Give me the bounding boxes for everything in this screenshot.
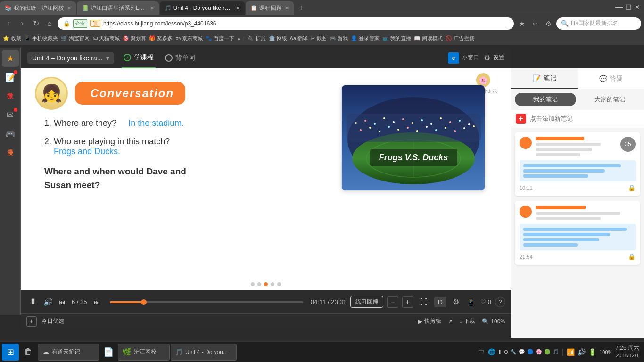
- help-button[interactable]: ?: [495, 297, 505, 307]
- slide-dot-3[interactable]: [264, 282, 268, 286]
- sidebar-icon-manga[interactable]: 漫: [2, 144, 19, 161]
- tab-unit4-active[interactable]: 🎵 Unit 4 - Do you like rap? ✕: [160, 1, 245, 15]
- slide-dot-2[interactable]: [257, 282, 261, 286]
- settings-nav[interactable]: ⚙ 设置: [484, 53, 504, 62]
- tab-close-1[interactable]: ✕: [67, 5, 71, 11]
- quick-cut-button[interactable]: ▶ 快剪辑: [418, 317, 441, 325]
- start-button[interactable]: ⊞: [2, 344, 19, 361]
- tray-app3[interactable]: 💬: [519, 349, 525, 355]
- forward-button[interactable]: ›: [17, 18, 28, 29]
- clock-display[interactable]: 7:26 周六 2018/12/1: [615, 344, 639, 359]
- bookmark-read[interactable]: 📖 阅读模式: [414, 35, 443, 42]
- bookmark-live[interactable]: 📺 我的直播: [382, 35, 411, 42]
- fullscreen-button[interactable]: ⛶: [417, 298, 430, 306]
- next-slide-button[interactable]: ⏭: [91, 298, 102, 306]
- refresh-button[interactable]: ↻: [30, 18, 41, 29]
- bookmark-taobao[interactable]: 🛒 淘宝官网: [61, 35, 90, 42]
- volume-button[interactable]: 🔊: [43, 297, 53, 306]
- tab-close-4[interactable]: ✕: [285, 5, 289, 11]
- wifi-icon[interactable]: 📶: [567, 348, 575, 356]
- share-button[interactable]: ↗: [448, 318, 453, 325]
- review-button[interactable]: 练习回顾: [350, 296, 383, 308]
- bookmark-collect[interactable]: ⭐ 收藏: [3, 35, 21, 42]
- progress-handle[interactable]: [141, 299, 147, 305]
- taskbar-unit4[interactable]: 🎵 Unit 4 - Do you...: [171, 344, 237, 361]
- battery-icon[interactable]: 🔋: [588, 348, 596, 356]
- sidebar-icon-note[interactable]: 📝: [2, 69, 19, 86]
- like-button[interactable]: ♡ 0: [480, 298, 491, 305]
- sidebar-icon-game[interactable]: 🎮: [2, 125, 19, 142]
- my-notes-button[interactable]: 我的笔记: [515, 93, 576, 106]
- sidebar-icon-weibo[interactable]: 微: [2, 88, 19, 105]
- nav-vocab[interactable]: 背单词: [163, 48, 197, 68]
- back-button[interactable]: ‹: [3, 18, 14, 29]
- bookmark-extensions[interactable]: 🔌 扩展: [247, 35, 265, 42]
- sidebar-icon-star[interactable]: ★: [2, 50, 19, 67]
- bookmark-login[interactable]: 👤 登录管家: [351, 35, 380, 42]
- address-bar[interactable]: 🔒 企业 📜 https://class.hujiang.com/lesson/…: [58, 17, 514, 30]
- bookmark-rewards[interactable]: 🎁 奖多多: [149, 35, 173, 42]
- extension-btn[interactable]: ie: [529, 18, 541, 29]
- all-notes-button[interactable]: 大家的笔记: [579, 93, 640, 106]
- add-content-button[interactable]: +: [26, 316, 37, 327]
- tray-app5[interactable]: 🌸: [536, 349, 542, 355]
- window-close[interactable]: ✕: [635, 3, 640, 11]
- add-note-bar[interactable]: + 点击添加新笔记: [511, 110, 644, 128]
- left-sidebar: ★ 📝 微 ✉ 🎮 漫: [0, 48, 21, 315]
- tab-notes[interactable]: 📝 笔记: [511, 68, 578, 89]
- tab-review[interactable]: 📋 课程回顾 ✕: [246, 1, 294, 15]
- prev-slide-button[interactable]: ⏮: [57, 298, 68, 306]
- nav-study[interactable]: ✓ 学课程: [122, 48, 156, 68]
- home-button[interactable]: ⌂: [44, 18, 55, 29]
- new-tab-button[interactable]: +: [295, 1, 308, 15]
- pause-button[interactable]: ⏸: [26, 297, 40, 307]
- tray-app6[interactable]: 🟢: [544, 349, 551, 355]
- slide-dot-5[interactable]: [277, 282, 281, 286]
- tray-apps[interactable]: ⊕: [504, 349, 508, 355]
- taskbar-hujiang[interactable]: 🌿 沪江网校: [118, 344, 170, 361]
- bookmark-more[interactable]: »: [238, 36, 240, 41]
- mobile-button[interactable]: 📱: [465, 297, 477, 306]
- settings-btn[interactable]: ⚙: [543, 18, 554, 29]
- bookmark-banking[interactable]: 🏦 网银: [269, 35, 287, 42]
- tray-app4[interactable]: 🔵: [527, 349, 534, 355]
- bookmark-ju[interactable]: 🎯 聚划算: [123, 35, 146, 42]
- bookmark-screenshot[interactable]: ✂ 截图: [311, 35, 327, 42]
- size-decrease-button[interactable]: −: [387, 296, 398, 308]
- progress-bar[interactable]: [110, 301, 303, 303]
- bookmark-baidu[interactable]: 🐾 百度一下: [206, 35, 234, 42]
- bookmark-jd[interactable]: 🛍 京东商城: [175, 35, 203, 42]
- course-dropdown[interactable]: Unit 4 – Do you like ra... ▾: [27, 52, 114, 64]
- bookmark-translate[interactable]: Aa 翻译: [290, 35, 308, 42]
- caption-button[interactable]: D: [434, 297, 446, 307]
- slide-dot-4[interactable]: [271, 282, 274, 286]
- settings-button[interactable]: ⚙: [450, 297, 462, 306]
- tray-arrow[interactable]: ⬆: [497, 349, 502, 355]
- tray-network[interactable]: 🌐: [488, 348, 495, 355]
- window-restore[interactable]: ❑: [626, 3, 632, 11]
- bookmark-adblock[interactable]: 🚫 广告拦截: [446, 35, 474, 42]
- bookmark-star[interactable]: ★: [516, 18, 528, 29]
- tray-lang[interactable]: 中: [477, 347, 486, 357]
- tray-app7[interactable]: 🎵: [553, 349, 559, 355]
- tab-qa[interactable]: 💬 答疑: [578, 68, 644, 89]
- taskbar-recycle[interactable]: 🗑: [20, 344, 37, 361]
- tab-hujiang-oral[interactable]: 📗 沪江口语生活系列L2-L7 [精品] ✕: [77, 1, 159, 15]
- sidebar-icon-mail[interactable]: ✉: [2, 107, 19, 123]
- bookmark-game[interactable]: 🎮 游戏: [330, 35, 348, 42]
- tab-close-2[interactable]: ✕: [150, 5, 154, 11]
- window-minimize[interactable]: —: [615, 3, 623, 11]
- tab-wode-banji[interactable]: 📚 我的班级 - 沪江网校 ✕: [0, 1, 76, 15]
- download-button[interactable]: ↓ 下载: [459, 317, 475, 325]
- taskbar-youdao[interactable]: ☁ 有道云笔记: [38, 344, 99, 361]
- volume-tray-icon[interactable]: 🔊: [578, 348, 586, 356]
- tray-app2[interactable]: 🔧: [510, 349, 517, 355]
- size-increase-button[interactable]: +: [402, 296, 413, 308]
- search-input-display[interactable]: fifa国家队最新排名: [571, 19, 618, 27]
- tab-close-3[interactable]: ✕: [236, 5, 240, 11]
- bookmark-mobile[interactable]: 📱 手机收藏夹: [24, 35, 58, 42]
- progress-fill: [110, 301, 144, 303]
- bookmark-tmall[interactable]: 🏷 天猫商城: [92, 35, 120, 42]
- slide-dot-1[interactable]: [251, 282, 255, 286]
- taskbar-files[interactable]: 📄: [100, 344, 117, 361]
